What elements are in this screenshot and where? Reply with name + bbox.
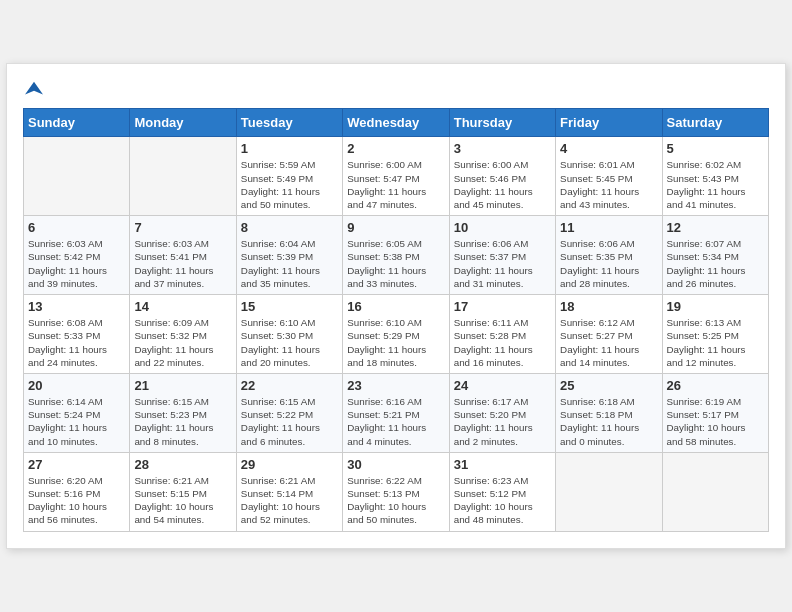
- day-number: 9: [347, 220, 444, 235]
- calendar-cell: 12Sunrise: 6:07 AM Sunset: 5:34 PM Dayli…: [662, 216, 768, 295]
- day-number: 21: [134, 378, 231, 393]
- day-header-monday: Monday: [130, 109, 236, 137]
- day-number: 31: [454, 457, 551, 472]
- calendar-cell: 27Sunrise: 6:20 AM Sunset: 5:16 PM Dayli…: [24, 452, 130, 531]
- day-number: 22: [241, 378, 338, 393]
- calendar-cell: 10Sunrise: 6:06 AM Sunset: 5:37 PM Dayli…: [449, 216, 555, 295]
- cell-content: Sunrise: 6:00 AM Sunset: 5:47 PM Dayligh…: [347, 158, 444, 211]
- day-number: 10: [454, 220, 551, 235]
- calendar-cell: 14Sunrise: 6:09 AM Sunset: 5:32 PM Dayli…: [130, 295, 236, 374]
- day-number: 12: [667, 220, 764, 235]
- day-number: 27: [28, 457, 125, 472]
- day-number: 1: [241, 141, 338, 156]
- cell-content: Sunrise: 6:22 AM Sunset: 5:13 PM Dayligh…: [347, 474, 444, 527]
- cell-content: Sunrise: 6:00 AM Sunset: 5:46 PM Dayligh…: [454, 158, 551, 211]
- cell-content: Sunrise: 6:09 AM Sunset: 5:32 PM Dayligh…: [134, 316, 231, 369]
- calendar-cell: 24Sunrise: 6:17 AM Sunset: 5:20 PM Dayli…: [449, 373, 555, 452]
- calendar-cell: 30Sunrise: 6:22 AM Sunset: 5:13 PM Dayli…: [343, 452, 449, 531]
- calendar-cell: 29Sunrise: 6:21 AM Sunset: 5:14 PM Dayli…: [236, 452, 342, 531]
- day-number: 11: [560, 220, 657, 235]
- calendar-cell: 7Sunrise: 6:03 AM Sunset: 5:41 PM Daylig…: [130, 216, 236, 295]
- calendar-cell: 2Sunrise: 6:00 AM Sunset: 5:47 PM Daylig…: [343, 137, 449, 216]
- week-row-1: 1Sunrise: 5:59 AM Sunset: 5:49 PM Daylig…: [24, 137, 769, 216]
- day-number: 24: [454, 378, 551, 393]
- day-number: 2: [347, 141, 444, 156]
- calendar-cell: 18Sunrise: 6:12 AM Sunset: 5:27 PM Dayli…: [556, 295, 662, 374]
- day-number: 19: [667, 299, 764, 314]
- logo: [23, 80, 43, 96]
- cell-content: Sunrise: 6:12 AM Sunset: 5:27 PM Dayligh…: [560, 316, 657, 369]
- day-number: 25: [560, 378, 657, 393]
- calendar-cell: 23Sunrise: 6:16 AM Sunset: 5:21 PM Dayli…: [343, 373, 449, 452]
- calendar-header: [23, 80, 769, 96]
- calendar-cell: 5Sunrise: 6:02 AM Sunset: 5:43 PM Daylig…: [662, 137, 768, 216]
- calendar-cell: [662, 452, 768, 531]
- cell-content: Sunrise: 6:01 AM Sunset: 5:45 PM Dayligh…: [560, 158, 657, 211]
- calendar-cell: 3Sunrise: 6:00 AM Sunset: 5:46 PM Daylig…: [449, 137, 555, 216]
- week-row-4: 20Sunrise: 6:14 AM Sunset: 5:24 PM Dayli…: [24, 373, 769, 452]
- cell-content: Sunrise: 6:13 AM Sunset: 5:25 PM Dayligh…: [667, 316, 764, 369]
- day-number: 3: [454, 141, 551, 156]
- day-number: 7: [134, 220, 231, 235]
- calendar-header-row: SundayMondayTuesdayWednesdayThursdayFrid…: [24, 109, 769, 137]
- calendar-cell: 8Sunrise: 6:04 AM Sunset: 5:39 PM Daylig…: [236, 216, 342, 295]
- day-number: 29: [241, 457, 338, 472]
- day-number: 23: [347, 378, 444, 393]
- calendar-cell: 26Sunrise: 6:19 AM Sunset: 5:17 PM Dayli…: [662, 373, 768, 452]
- logo-bird-icon: [25, 80, 43, 98]
- day-header-friday: Friday: [556, 109, 662, 137]
- cell-content: Sunrise: 6:21 AM Sunset: 5:15 PM Dayligh…: [134, 474, 231, 527]
- cell-content: Sunrise: 6:08 AM Sunset: 5:33 PM Dayligh…: [28, 316, 125, 369]
- calendar-cell: [24, 137, 130, 216]
- week-row-5: 27Sunrise: 6:20 AM Sunset: 5:16 PM Dayli…: [24, 452, 769, 531]
- cell-content: Sunrise: 6:07 AM Sunset: 5:34 PM Dayligh…: [667, 237, 764, 290]
- day-header-saturday: Saturday: [662, 109, 768, 137]
- cell-content: Sunrise: 6:15 AM Sunset: 5:22 PM Dayligh…: [241, 395, 338, 448]
- day-header-wednesday: Wednesday: [343, 109, 449, 137]
- day-header-tuesday: Tuesday: [236, 109, 342, 137]
- day-number: 15: [241, 299, 338, 314]
- day-number: 5: [667, 141, 764, 156]
- week-row-2: 6Sunrise: 6:03 AM Sunset: 5:42 PM Daylig…: [24, 216, 769, 295]
- day-header-thursday: Thursday: [449, 109, 555, 137]
- calendar-cell: 6Sunrise: 6:03 AM Sunset: 5:42 PM Daylig…: [24, 216, 130, 295]
- calendar-cell: 25Sunrise: 6:18 AM Sunset: 5:18 PM Dayli…: [556, 373, 662, 452]
- day-number: 28: [134, 457, 231, 472]
- day-number: 20: [28, 378, 125, 393]
- cell-content: Sunrise: 6:06 AM Sunset: 5:35 PM Dayligh…: [560, 237, 657, 290]
- svg-marker-0: [25, 82, 43, 95]
- day-number: 17: [454, 299, 551, 314]
- cell-content: Sunrise: 6:19 AM Sunset: 5:17 PM Dayligh…: [667, 395, 764, 448]
- day-number: 14: [134, 299, 231, 314]
- cell-content: Sunrise: 6:17 AM Sunset: 5:20 PM Dayligh…: [454, 395, 551, 448]
- cell-content: Sunrise: 6:14 AM Sunset: 5:24 PM Dayligh…: [28, 395, 125, 448]
- calendar-cell: 28Sunrise: 6:21 AM Sunset: 5:15 PM Dayli…: [130, 452, 236, 531]
- week-row-3: 13Sunrise: 6:08 AM Sunset: 5:33 PM Dayli…: [24, 295, 769, 374]
- calendar-cell: 19Sunrise: 6:13 AM Sunset: 5:25 PM Dayli…: [662, 295, 768, 374]
- cell-content: Sunrise: 6:06 AM Sunset: 5:37 PM Dayligh…: [454, 237, 551, 290]
- cell-content: Sunrise: 6:04 AM Sunset: 5:39 PM Dayligh…: [241, 237, 338, 290]
- cell-content: Sunrise: 6:02 AM Sunset: 5:43 PM Dayligh…: [667, 158, 764, 211]
- cell-content: Sunrise: 6:15 AM Sunset: 5:23 PM Dayligh…: [134, 395, 231, 448]
- cell-content: Sunrise: 6:03 AM Sunset: 5:42 PM Dayligh…: [28, 237, 125, 290]
- calendar-cell: 4Sunrise: 6:01 AM Sunset: 5:45 PM Daylig…: [556, 137, 662, 216]
- cell-content: Sunrise: 6:21 AM Sunset: 5:14 PM Dayligh…: [241, 474, 338, 527]
- calendar-cell: 11Sunrise: 6:06 AM Sunset: 5:35 PM Dayli…: [556, 216, 662, 295]
- cell-content: Sunrise: 6:03 AM Sunset: 5:41 PM Dayligh…: [134, 237, 231, 290]
- calendar-cell: 21Sunrise: 6:15 AM Sunset: 5:23 PM Dayli…: [130, 373, 236, 452]
- calendar-cell: 1Sunrise: 5:59 AM Sunset: 5:49 PM Daylig…: [236, 137, 342, 216]
- calendar-cell: 13Sunrise: 6:08 AM Sunset: 5:33 PM Dayli…: [24, 295, 130, 374]
- cell-content: Sunrise: 6:11 AM Sunset: 5:28 PM Dayligh…: [454, 316, 551, 369]
- cell-content: Sunrise: 6:18 AM Sunset: 5:18 PM Dayligh…: [560, 395, 657, 448]
- cell-content: Sunrise: 6:10 AM Sunset: 5:29 PM Dayligh…: [347, 316, 444, 369]
- calendar-cell: 15Sunrise: 6:10 AM Sunset: 5:30 PM Dayli…: [236, 295, 342, 374]
- calendar-cell: 16Sunrise: 6:10 AM Sunset: 5:29 PM Dayli…: [343, 295, 449, 374]
- calendar-cell: 17Sunrise: 6:11 AM Sunset: 5:28 PM Dayli…: [449, 295, 555, 374]
- calendar-container: SundayMondayTuesdayWednesdayThursdayFrid…: [6, 63, 786, 548]
- day-header-sunday: Sunday: [24, 109, 130, 137]
- day-number: 26: [667, 378, 764, 393]
- cell-content: Sunrise: 6:20 AM Sunset: 5:16 PM Dayligh…: [28, 474, 125, 527]
- calendar-cell: [130, 137, 236, 216]
- day-number: 18: [560, 299, 657, 314]
- cell-content: Sunrise: 5:59 AM Sunset: 5:49 PM Dayligh…: [241, 158, 338, 211]
